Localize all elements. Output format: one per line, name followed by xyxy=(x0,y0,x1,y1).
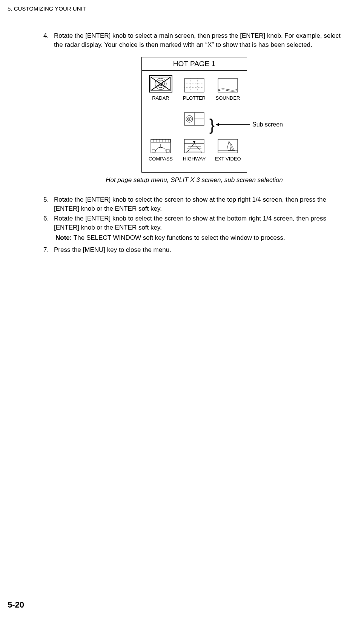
sounder-icon xyxy=(218,78,238,93)
svg-rect-19 xyxy=(151,139,170,142)
step-number: 6. xyxy=(43,214,54,232)
figure-caption: Hot page setup menu, SPLIT X 3 screen, s… xyxy=(106,176,283,185)
menu-title: HOT PAGE 1 xyxy=(142,57,247,71)
step-number: 7. xyxy=(43,245,54,255)
note: Note: The SELECT WINDOW soft key functio… xyxy=(55,233,345,242)
step-number: 4. xyxy=(43,31,54,49)
step-4: 4. Rotate the [ENTER] knob to select a m… xyxy=(43,31,345,49)
step-text: Rotate the [ENTER] knob to select the sc… xyxy=(54,214,345,232)
option-radar: RADAR xyxy=(146,75,176,102)
svg-rect-6 xyxy=(184,79,204,92)
option-compass: COMPASS xyxy=(146,139,176,162)
svg-rect-27 xyxy=(152,150,155,152)
option-label: COMPASS xyxy=(149,156,173,162)
option-sounder: SOUNDER xyxy=(213,78,243,102)
radar-icon xyxy=(149,75,172,93)
option-label: HIGHWAY xyxy=(183,156,206,162)
svg-line-39 xyxy=(229,141,233,150)
option-label: SOUNDER xyxy=(215,95,240,102)
step-text: Press the [MENU] key to close the menu. xyxy=(54,245,345,255)
option-ext-video: EXT VIDEO xyxy=(213,139,243,162)
step-number: 5. xyxy=(43,195,54,213)
step-text: Rotate the [ENTER] knob to select a main… xyxy=(54,31,345,49)
option-label: EXT VIDEO xyxy=(215,156,241,162)
plotter-icon xyxy=(184,78,204,93)
step-7: 7. Press the [MENU] key to close the men… xyxy=(43,245,345,255)
highway-icon xyxy=(184,139,204,153)
note-label: Note: xyxy=(55,234,72,241)
note-text: The SELECT WINDOW soft key functions to … xyxy=(72,234,285,241)
svg-point-15 xyxy=(186,116,193,122)
svg-point-17 xyxy=(189,118,190,120)
svg-rect-28 xyxy=(166,150,169,152)
svg-line-40 xyxy=(231,144,234,150)
svg-marker-36 xyxy=(193,141,195,143)
section-header: 5. CUSTOMIZING YOUR UNIT xyxy=(8,5,349,12)
ext-video-icon xyxy=(218,139,238,153)
step-6: 6. Rotate the [ENTER] knob to select the… xyxy=(43,214,345,232)
option-plotter: PLOTTER xyxy=(179,78,209,102)
sub-screen-annotation: } Sub screen xyxy=(209,118,283,132)
svg-point-16 xyxy=(187,117,191,121)
option-highway: HIGHWAY xyxy=(179,139,209,162)
svg-line-32 xyxy=(194,143,202,153)
sub-screen-icon xyxy=(184,112,204,128)
hot-page-menu: HOT PAGE 1 xyxy=(141,57,247,173)
compass-icon xyxy=(151,139,171,153)
step-5: 5. Rotate the [ENTER] knob to select the… xyxy=(43,195,345,213)
svg-line-31 xyxy=(186,143,194,153)
option-label: RADAR xyxy=(152,95,169,102)
figure: HOT PAGE 1 xyxy=(43,57,345,190)
option-label: PLOTTER xyxy=(183,95,206,102)
step-text: Rotate the [ENTER] knob to select the sc… xyxy=(54,195,345,213)
